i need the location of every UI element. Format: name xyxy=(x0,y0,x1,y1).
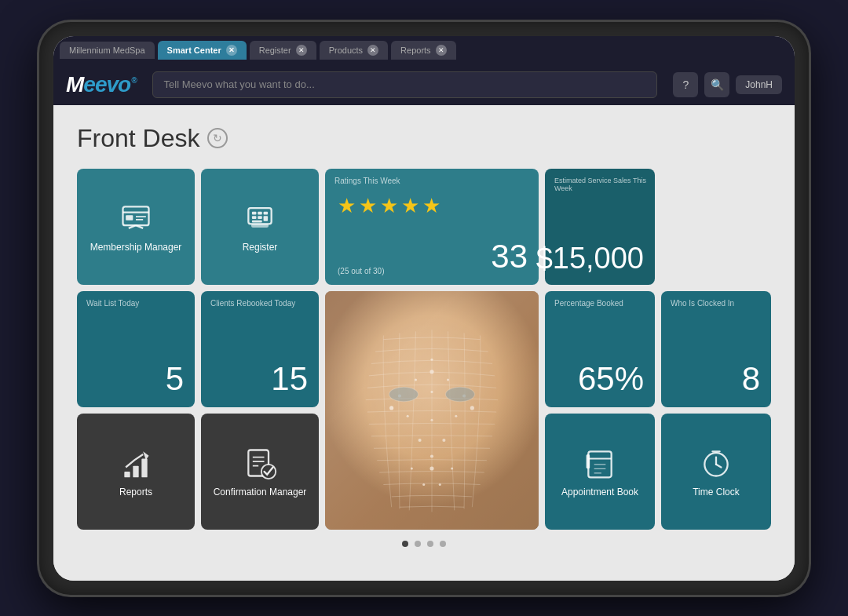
svg-point-26 xyxy=(419,438,422,441)
svg-point-19 xyxy=(447,378,449,381)
tile-reports[interactable]: Reports xyxy=(77,414,195,530)
tab-smart-center[interactable]: Smart Center ✕ xyxy=(158,41,247,60)
tab-products-close[interactable]: ✕ xyxy=(367,45,378,56)
header-icons: ? 🔍 JohnH xyxy=(673,72,782,97)
tab-smart-center-label: Smart Center xyxy=(167,46,221,55)
svg-point-34 xyxy=(470,406,474,410)
tab-smart-center-close[interactable]: ✕ xyxy=(226,45,237,56)
svg-rect-50 xyxy=(587,454,590,468)
svg-line-56 xyxy=(716,464,721,467)
user-button[interactable]: JohnH xyxy=(736,75,782,94)
confirmation-label: Confirmation Manager xyxy=(207,487,313,498)
clocked-in-subtitle: Who Is Clocked In xyxy=(671,299,734,308)
appt-book-label: Appointment Book xyxy=(555,487,645,498)
tablet-frame: Millennium MedSpa Smart Center ✕ Registe… xyxy=(39,22,809,595)
svg-rect-8 xyxy=(252,211,257,214)
dot-1[interactable] xyxy=(402,541,408,547)
tile-register[interactable]: Register xyxy=(201,169,319,285)
tab-register[interactable]: Register ✕ xyxy=(250,41,316,60)
tile-pct-booked[interactable]: Percentage Booked 65% xyxy=(545,291,655,407)
svg-point-18 xyxy=(415,378,417,381)
svg-point-21 xyxy=(430,390,433,392)
tile-rebooked[interactable]: Clients Rebooked Today 15 xyxy=(201,291,319,407)
register-icon xyxy=(243,201,277,235)
tile-clocked-in[interactable]: Who Is Clocked In 8 xyxy=(661,291,771,407)
rebooked-subtitle: Clients Rebooked Today xyxy=(210,299,295,308)
rebooked-value: 15 xyxy=(271,360,308,398)
svg-point-31 xyxy=(422,483,425,485)
svg-point-35 xyxy=(429,370,433,374)
tile-membership-manager[interactable]: Membership Manager xyxy=(77,169,195,285)
dot-2[interactable] xyxy=(415,541,421,547)
tab-products-label: Products xyxy=(329,46,363,55)
tile-time-clock[interactable]: Time Clock xyxy=(661,414,771,530)
svg-point-25 xyxy=(430,418,433,421)
star-3: ★ xyxy=(380,194,398,218)
tile-confirmation-manager[interactable]: Confirmation Manager xyxy=(201,414,319,530)
svg-rect-13 xyxy=(264,216,269,221)
svg-rect-12 xyxy=(258,216,262,219)
time-clock-icon xyxy=(699,446,733,480)
star-4: ★ xyxy=(401,194,419,218)
tab-millennium-label: Millennium MedSpa xyxy=(69,46,145,55)
face-mesh-overlay xyxy=(325,291,539,530)
register-label: Register xyxy=(236,242,284,253)
svg-rect-14 xyxy=(252,220,262,222)
search-bar[interactable]: Tell Meevo what you want to do... xyxy=(152,71,658,98)
tab-reports-close[interactable]: ✕ xyxy=(436,45,447,56)
dot-4[interactable] xyxy=(440,541,446,547)
svg-point-17 xyxy=(430,358,433,360)
star-5: ★ xyxy=(422,194,440,218)
tab-reports-label: Reports xyxy=(400,46,431,55)
svg-rect-40 xyxy=(133,465,138,477)
tab-register-close[interactable]: ✕ xyxy=(296,45,307,56)
help-button[interactable]: ? xyxy=(673,72,698,97)
svg-point-32 xyxy=(439,483,441,485)
tab-products[interactable]: Products ✕ xyxy=(320,41,388,60)
reports-label: Reports xyxy=(113,487,159,498)
pct-booked-value: 65% xyxy=(578,360,644,398)
confirmation-icon xyxy=(243,446,277,480)
tablet-screen: Millennium MedSpa Smart Center ✕ Registe… xyxy=(53,36,795,581)
svg-point-24 xyxy=(455,414,457,417)
main-content: Front Desk ↻ ‹ Member xyxy=(53,105,795,581)
tile-appointment-book[interactable]: Appointment Book xyxy=(545,414,655,530)
header: Meevo® Tell Meevo what you want to do...… xyxy=(53,64,795,105)
search-button[interactable]: 🔍 xyxy=(704,72,729,97)
svg-point-27 xyxy=(442,438,445,441)
tile-sales[interactable]: Estimated Service Sales This Week $15,00… xyxy=(545,169,655,285)
svg-point-36 xyxy=(429,466,433,470)
page-title: Front Desk ↻ xyxy=(77,124,771,153)
tab-millennium[interactable]: Millennium MedSpa xyxy=(60,42,155,59)
meevo-logo: Meevo® xyxy=(66,72,137,97)
search-placeholder: Tell Meevo what you want to do... xyxy=(164,78,315,90)
svg-point-37 xyxy=(389,387,419,401)
membership-icon xyxy=(119,201,153,235)
pagination-dots xyxy=(77,541,771,547)
stars-row: ★ ★ ★ ★ ★ xyxy=(338,194,526,218)
svg-point-30 xyxy=(451,467,453,469)
star-1: ★ xyxy=(338,194,356,218)
svg-rect-9 xyxy=(258,211,262,214)
svg-point-23 xyxy=(407,414,409,417)
refresh-icon[interactable]: ↻ xyxy=(207,128,228,148)
svg-point-38 xyxy=(445,387,474,401)
ratings-value: 33 xyxy=(491,238,528,275)
sales-value: $15,000 xyxy=(536,242,644,275)
svg-rect-41 xyxy=(141,458,147,477)
tile-waitlist[interactable]: Wait List Today 5 xyxy=(77,291,195,407)
appointment-book-icon xyxy=(583,446,617,480)
tab-reports[interactable]: Reports ✕ xyxy=(391,41,456,60)
sales-subtitle: Estimated Service Sales This Week xyxy=(554,177,655,192)
dot-3[interactable] xyxy=(427,541,433,547)
svg-point-33 xyxy=(389,406,393,410)
tile-ratings[interactable]: Ratings This Week ★ ★ ★ ★ ★ (25 out of 3… xyxy=(325,169,539,285)
page-title-text: Front Desk xyxy=(77,124,199,153)
svg-rect-10 xyxy=(264,211,269,214)
dashboard-grid: Membership Manager Regi xyxy=(77,169,771,530)
svg-rect-2 xyxy=(126,215,133,220)
clocked-in-value: 8 xyxy=(742,360,760,398)
time-clock-label: Time Clock xyxy=(686,487,746,498)
tab-register-label: Register xyxy=(259,46,291,55)
face-visual xyxy=(325,291,539,530)
